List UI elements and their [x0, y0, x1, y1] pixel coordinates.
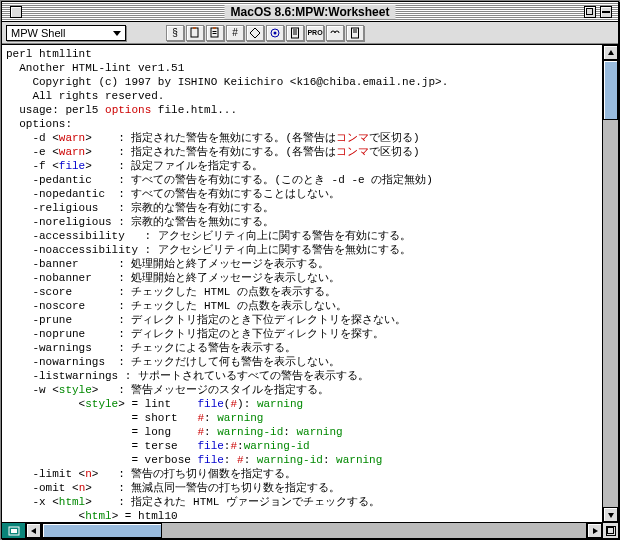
clipboard-paste-icon[interactable] [206, 25, 224, 41]
svg-rect-4 [213, 31, 217, 32]
scroll-left-arrow-icon[interactable] [26, 523, 41, 538]
diamond-icon[interactable] [246, 25, 264, 41]
clipboard-copy-icon[interactable] [186, 25, 204, 41]
hscroll-thumb[interactable] [42, 523, 162, 538]
svg-marker-17 [608, 513, 614, 518]
shell-popup[interactable]: MPW Shell [6, 25, 126, 41]
hash-icon[interactable]: # [226, 25, 244, 41]
svg-rect-1 [193, 27, 196, 29]
toolbar: MPW Shell § # PRO [2, 22, 618, 44]
svg-marker-16 [608, 50, 614, 55]
scroll-down-arrow-icon[interactable] [603, 507, 618, 522]
section-icon[interactable]: § [166, 25, 184, 41]
horizontal-scrollbar[interactable] [26, 523, 602, 538]
svg-rect-5 [213, 33, 217, 34]
title-bar[interactable]: MacOS 8.6:MPW:Worksheet [2, 2, 618, 22]
svg-rect-0 [191, 28, 198, 37]
worksheet-window: MacOS 8.6:MPW:Worksheet MPW Shell § # PR… [1, 1, 619, 539]
vscroll-track[interactable] [603, 60, 618, 507]
svg-rect-2 [211, 28, 218, 37]
shell-popup-label: MPW Shell [11, 27, 65, 39]
collapse-box[interactable] [600, 6, 612, 18]
svg-marker-20 [31, 528, 36, 534]
svg-rect-19 [11, 529, 17, 533]
svg-marker-21 [593, 528, 598, 534]
svg-marker-6 [250, 28, 260, 38]
page2-icon[interactable] [346, 25, 364, 41]
status-indicator-icon[interactable] [2, 523, 26, 538]
worksheet-text[interactable]: perl htmllint Another HTML-lint ver1.51 … [2, 45, 602, 522]
title-bar-buttons [584, 6, 612, 18]
pro-icon[interactable]: PRO [306, 25, 324, 41]
hscroll-track[interactable] [41, 523, 587, 538]
scroll-up-arrow-icon[interactable] [603, 45, 618, 60]
svg-rect-3 [213, 27, 216, 29]
vertical-scrollbar[interactable] [602, 45, 618, 522]
scroll-right-arrow-icon[interactable] [587, 523, 602, 538]
svg-point-8 [274, 31, 277, 34]
window-title: MacOS 8.6:MPW:Worksheet [225, 5, 396, 19]
vscroll-thumb[interactable] [603, 60, 618, 120]
page-icon[interactable] [286, 25, 304, 41]
target-icon[interactable] [266, 25, 284, 41]
link-icon[interactable] [326, 25, 344, 41]
zoom-box[interactable] [584, 6, 596, 18]
bottom-bar [2, 522, 618, 538]
close-box[interactable] [10, 6, 22, 18]
content-area: perl htmllint Another HTML-lint ver1.51 … [2, 44, 618, 522]
grow-box[interactable] [602, 523, 618, 538]
